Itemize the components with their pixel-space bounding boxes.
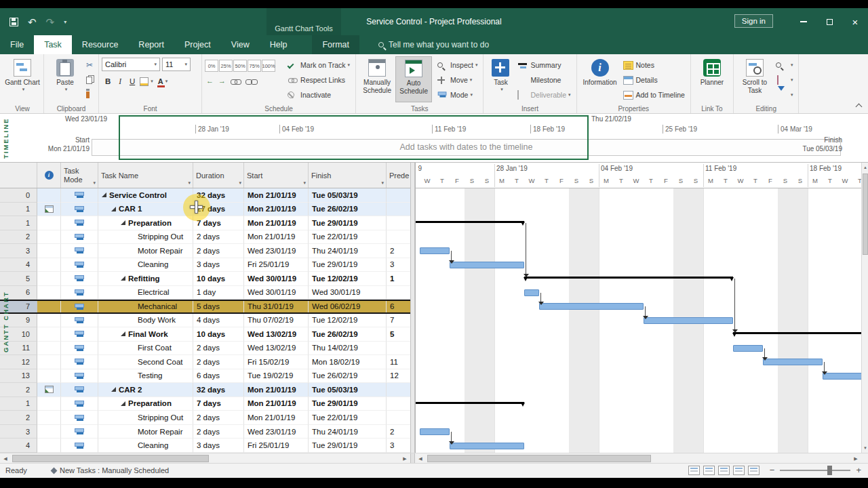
notes-button[interactable]: Notes <box>620 58 688 73</box>
finish-cell[interactable]: Tue 29/01/19 <box>309 216 387 230</box>
maximize-button[interactable] <box>818 8 841 35</box>
task-row[interactable]: 1Preparation7 daysMon 21/01/19Tue 29/01/… <box>0 216 410 230</box>
copy-button[interactable] <box>83 73 96 87</box>
manually-schedule-button[interactable]: Manually Schedule <box>359 56 395 102</box>
finish-cell[interactable]: Tue 05/03/19 <box>309 383 387 397</box>
finish-cell[interactable]: Tue 22/01/19 <box>309 230 387 245</box>
predecessors-cell[interactable] <box>387 342 410 356</box>
dependency-link[interactable] <box>540 293 541 302</box>
start-cell[interactable]: Mon 21/01/19 <box>244 216 309 230</box>
insert-task-button[interactable]: Task▾ <box>486 56 515 102</box>
close-button[interactable]: × <box>844 8 867 35</box>
chart-scroll-thumb[interactable] <box>427 455 651 462</box>
tell-me-search[interactable]: Tell me what you want to do <box>378 35 489 54</box>
expand-collapse-icon[interactable] <box>121 331 125 336</box>
duration-cell[interactable]: 32 days <box>193 188 244 203</box>
gantt-chart-view-button[interactable]: Gantt Chart▾ <box>4 56 41 102</box>
tab-file[interactable]: File <box>0 35 34 54</box>
task-bar[interactable] <box>823 373 861 380</box>
start-header[interactable]: Start▾ <box>244 163 309 188</box>
task-mode-cell[interactable] <box>61 355 98 369</box>
task-name-cell[interactable]: Cleaning <box>98 258 193 272</box>
task-row[interactable]: 2Stripping Out2 daysMon 21/01/19Tue 22/0… <box>0 411 410 425</box>
finish-cell[interactable]: Tue 12/02/19 <box>309 272 387 286</box>
zoom-slider-thumb[interactable] <box>827 466 832 475</box>
task-name-cell[interactable]: Stripping Out <box>98 411 193 425</box>
dependency-link[interactable] <box>764 348 765 358</box>
task-name-cell[interactable]: Stripping Out <box>98 230 193 245</box>
task-name-cell[interactable]: Refitting <box>98 272 193 286</box>
info-cell[interactable] <box>37 272 61 286</box>
task-name-cell[interactable]: Electrical <box>98 286 193 300</box>
start-cell[interactable]: Fri 15/02/19 <box>244 355 309 369</box>
info-cell[interactable] <box>37 258 61 272</box>
info-cell[interactable] <box>37 203 61 217</box>
predecessors-cell[interactable]: 2 <box>387 425 410 439</box>
task-row[interactable]: 6Electrical1 dayWed 30/01/19Wed 30/01/19 <box>0 286 410 300</box>
tab-help[interactable]: Help <box>260 35 298 54</box>
timeline-pane-label[interactable]: TIMELINE <box>2 115 9 161</box>
task-mode-cell[interactable] <box>61 286 98 300</box>
duration-cell[interactable]: 3 days <box>193 258 244 272</box>
task-bar[interactable] <box>733 345 763 352</box>
task-name-cell[interactable]: Motor Repair <box>98 425 193 439</box>
table-scroll-left-icon[interactable]: ◀ <box>0 453 11 464</box>
vertical-scroll-thumb[interactable] <box>863 174 868 255</box>
expand-collapse-icon[interactable] <box>111 207 116 211</box>
tab-format[interactable]: Format <box>312 35 359 54</box>
info-column-header[interactable]: i <box>37 163 61 188</box>
minimize-button[interactable] <box>792 8 815 35</box>
predecessors-cell[interactable]: 12 <box>387 369 410 384</box>
percent-complete-button[interactable]: 100% <box>262 60 275 72</box>
predecessors-cell[interactable]: 3 <box>387 258 410 272</box>
task-row[interactable]: 2CAR 232 daysMon 21/01/19Tue 05/03/19 <box>0 383 410 397</box>
task-mode-cell[interactable] <box>61 272 98 286</box>
task-name-cell[interactable]: Body Work <box>98 314 193 328</box>
table-scroll-thumb[interactable] <box>12 455 209 462</box>
task-row[interactable]: 5Refitting10 daysWed 30/01/19Tue 12/02/1… <box>0 272 410 286</box>
tab-view[interactable]: View <box>221 35 260 54</box>
finish-cell[interactable]: Tue 26/02/19 <box>309 327 387 342</box>
task-name-cell[interactable]: CAR 2 <box>98 383 193 397</box>
tab-task[interactable]: Task <box>34 35 72 54</box>
inspect-button[interactable]: Inspect▾ <box>435 58 480 73</box>
info-cell[interactable] <box>37 439 61 453</box>
info-cell[interactable] <box>37 327 61 342</box>
row-number-cell[interactable]: 3 <box>0 425 37 439</box>
predecessors-header[interactable]: Prede <box>387 163 410 188</box>
task-mode-cell[interactable] <box>61 216 98 230</box>
duration-cell[interactable]: 2 days <box>193 342 244 356</box>
task-mode-cell[interactable] <box>61 425 98 439</box>
task-name-cell[interactable]: Preparation <box>98 216 193 230</box>
duration-cell[interactable]: 6 days <box>193 369 244 384</box>
finish-cell[interactable]: Thu 24/01/19 <box>309 425 387 439</box>
info-cell[interactable] <box>37 301 61 312</box>
dependency-link[interactable] <box>451 251 452 260</box>
predecessors-cell[interactable]: 11 <box>387 355 410 369</box>
predecessors-cell[interactable]: 2 <box>387 244 410 258</box>
task-bar[interactable] <box>420 247 450 254</box>
task-row[interactable]: 10Final Work10 daysWed 13/02/19Tue 26/02… <box>0 327 410 342</box>
bold-button[interactable]: B <box>102 75 114 87</box>
finish-cell[interactable]: Tue 26/02/19 <box>309 369 387 384</box>
task-usage-view-icon[interactable] <box>703 466 715 475</box>
paste-button[interactable]: Paste▾ <box>47 56 83 102</box>
task-name-cell[interactable]: Final Work <box>98 327 193 342</box>
table-scroll-right-icon[interactable]: ▶ <box>399 453 410 464</box>
zoom-out-icon[interactable]: − <box>770 465 775 475</box>
team-planner-view-icon[interactable] <box>718 466 730 475</box>
summary-bar[interactable] <box>733 332 861 334</box>
zoom-in-icon[interactable]: + <box>856 465 861 475</box>
task-bar[interactable] <box>763 359 823 365</box>
start-cell[interactable]: Wed 13/02/19 <box>244 327 309 342</box>
resource-sheet-view-icon[interactable] <box>733 466 745 475</box>
task-name-cell[interactable]: Motor Repair <box>98 244 193 258</box>
task-mode-cell[interactable] <box>61 342 98 356</box>
zoom-slider[interactable] <box>780 470 850 471</box>
duration-header[interactable]: Duration▾ <box>193 163 244 188</box>
task-mode-header[interactable]: TaskMode ▾ <box>61 163 98 188</box>
finish-cell[interactable]: Tue 29/01/19 <box>309 258 387 272</box>
start-cell[interactable]: Wed 30/01/19 <box>244 286 309 300</box>
finish-cell[interactable]: Tue 05/03/19 <box>309 188 387 203</box>
predecessors-cell[interactable] <box>387 383 410 397</box>
